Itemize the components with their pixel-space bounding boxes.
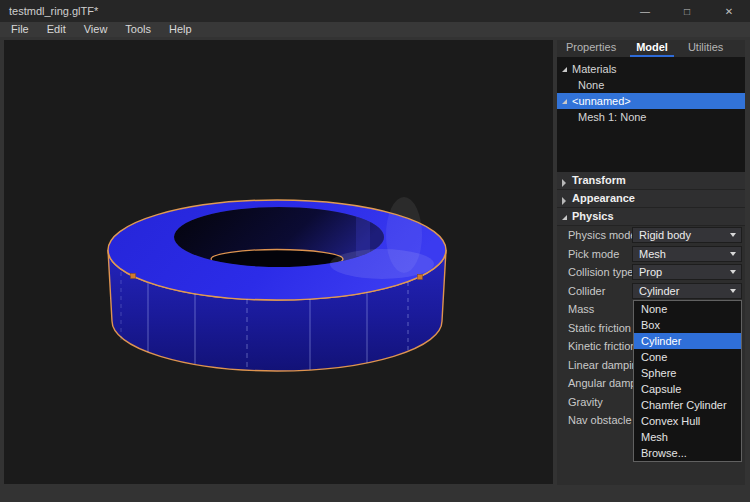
collider-dropdown-list: None Box Cylinder Cone Sphere Capsule Ch… [633,300,742,462]
title-bar: testmdl_ring.glTF* — □ ✕ [0,0,750,22]
menu-bar: File Edit View Tools Help [0,22,750,37]
section-physics[interactable]: Physics [557,208,745,226]
dropdown-option-chamfer-cylinder[interactable]: Chamfer Cylinder [634,397,741,413]
collapsed-arrow-icon [562,179,566,187]
right-handle[interactable] [418,275,423,280]
menu-help[interactable]: Help [160,22,201,37]
app-window: testmdl_ring.glTF* — □ ✕ File Edit View … [0,0,750,502]
close-button[interactable]: ✕ [708,0,750,22]
dropdown-option-cylinder[interactable]: Cylinder [634,333,741,349]
dropdown-option-box[interactable]: Box [634,317,741,333]
menu-file[interactable]: File [2,22,38,37]
model-tree: Materials None <unnamed> Mesh 1: None [557,57,745,172]
dropdown-arrow-icon [730,270,736,274]
tree-item-mesh1[interactable]: Mesh 1: None [557,109,745,125]
tab-model[interactable]: Model [630,40,674,57]
tree-item-none[interactable]: None [557,77,745,93]
collapsed-arrow-icon [562,197,566,205]
specular-streak [386,197,422,273]
collider-dropdown[interactable]: Cylinder [632,283,742,299]
expanded-arrow-icon[interactable] [562,67,567,72]
collider-row: Collider Cylinder [557,282,745,301]
ring-mesh[interactable] [4,40,553,484]
tree-item-materials[interactable]: Materials [557,61,745,77]
dropdown-arrow-icon [730,233,736,237]
collision-type-row: Collision type Prop [557,263,745,282]
pick-mode-row: Pick mode Mesh [557,245,745,264]
tab-utilities[interactable]: Utilities [682,40,729,55]
menu-tools[interactable]: Tools [116,22,160,37]
section-transform[interactable]: Transform [557,172,745,190]
3d-viewport[interactable] [4,40,553,484]
dropdown-option-capsule[interactable]: Capsule [634,381,741,397]
window-controls: — □ ✕ [624,0,750,22]
left-handle[interactable] [131,274,136,279]
expanded-arrow-icon [562,215,567,220]
dropdown-option-convex-hull[interactable]: Convex Hull [634,413,741,429]
dropdown-option-mesh[interactable]: Mesh [634,429,741,445]
menu-view[interactable]: View [75,22,117,37]
section-appearance[interactable]: Appearance [557,190,745,208]
panel-tabs: Properties Model Utilities [557,40,745,57]
dropdown-arrow-icon [730,289,736,293]
dropdown-arrow-icon [730,252,736,256]
maximize-button[interactable]: □ [666,0,708,22]
window-title: testmdl_ring.glTF* [9,0,98,22]
collision-type-dropdown[interactable]: Prop [632,264,742,280]
physics-mode-row: Physics mode Rigid body [557,226,745,245]
dropdown-option-cone[interactable]: Cone [634,349,741,365]
menu-edit[interactable]: Edit [38,22,75,37]
dropdown-option-browse[interactable]: Browse... [634,445,741,461]
dropdown-option-none[interactable]: None [634,301,741,317]
dropdown-option-sphere[interactable]: Sphere [634,365,741,381]
expanded-arrow-icon[interactable] [562,99,567,104]
pick-mode-dropdown[interactable]: Mesh [632,246,742,262]
tab-properties[interactable]: Properties [560,40,622,55]
physics-mode-dropdown[interactable]: Rigid body [632,227,742,243]
tree-item-unnamed[interactable]: <unnamed> [557,93,745,109]
section-headers: Transform Appearance Physics [557,172,745,226]
minimize-button[interactable]: — [624,0,666,22]
